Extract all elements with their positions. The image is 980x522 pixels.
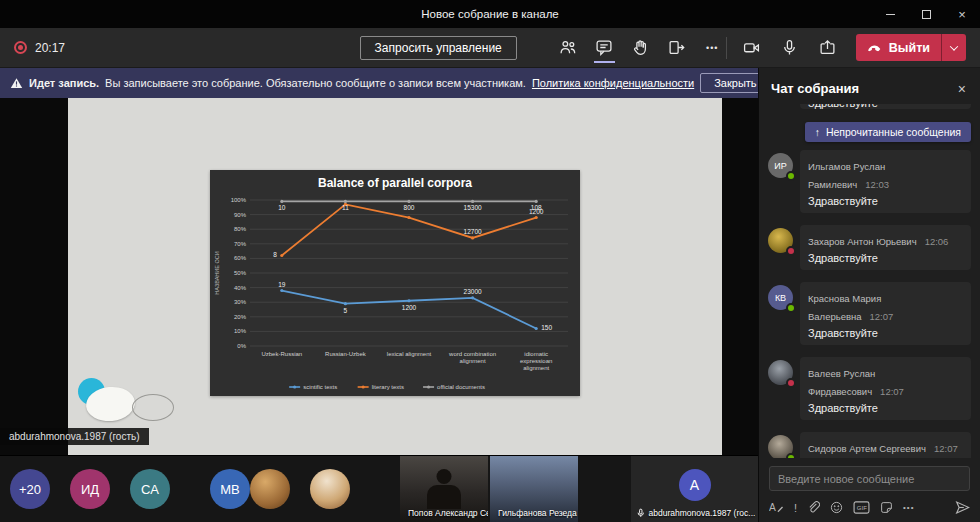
chat-message-partial: Здравствуйте [800,104,971,117]
message-input[interactable] [769,466,970,491]
chat-close-icon[interactable]: × [958,82,966,96]
breakout-rooms-icon-glyph [668,39,685,56]
gif-icon-glyph: GIF [853,501,870,514]
raise-hand-icon[interactable] [627,33,654,63]
overflow-count-avatar[interactable]: +20 [10,469,50,509]
more-options-icon-glyph: ••• [706,43,718,53]
share-screen-icon[interactable] [814,33,841,63]
leave-options-chevron[interactable] [942,34,966,61]
format-icon[interactable]: A [769,501,784,514]
participant-name: Попов Александр Се... [408,508,488,518]
participant-avatar[interactable]: ИД [70,469,110,509]
participant-tile[interactable]: Попов Александр Се... [400,456,488,522]
warning-icon-glyph [10,77,23,89]
close-button[interactable]: × [944,0,980,28]
sticker-icon[interactable] [880,501,893,514]
avatar [768,360,793,385]
breakout-rooms-icon[interactable] [663,33,690,63]
minimize-icon [886,14,895,15]
emoji-icon[interactable] [830,501,843,514]
attach-icon-glyph [807,501,820,514]
svg-text:12700: 12700 [464,228,482,235]
maximize-icon [922,10,931,19]
svg-text:10%: 10% [234,328,247,334]
maximize-button[interactable] [908,0,944,28]
message-bubble: Ильгамов Руслан Рамилевич12:03Здравствуй… [800,150,971,213]
camera-icon[interactable] [738,33,765,63]
chat-message: ИРИльгамов Руслан Рамилевич12:03Здравств… [768,150,971,213]
message-text: Здравствуйте [808,252,963,264]
message-text: Здравствуйте [800,104,971,109]
svg-text:10: 10 [278,204,286,211]
svg-text:50%: 50% [234,270,247,276]
svg-text:Russian-Uzbek: Russian-Uzbek [325,351,367,357]
svg-text:word combination: word combination [448,351,496,357]
warning-icon [10,77,23,89]
svg-text:100%: 100% [231,197,247,203]
mic-icon [636,508,646,518]
message-time: 12:07 [870,311,894,322]
send-icon[interactable] [955,500,970,515]
participants-icon-glyph [559,39,577,56]
gif-icon[interactable]: GIF [853,501,870,514]
more-options-icon[interactable]: ••• [699,33,726,63]
avatar: ИР [768,153,793,178]
meeting-timer: 20:17 [35,41,65,55]
participant-avatar[interactable]: МВ [210,469,250,509]
participant-avatar[interactable] [250,469,290,509]
format-icon-glyph: A [769,501,784,514]
corpora-chart-svg: Balance of parallel corporaНАЗВАНИЕ ОСИ0… [210,170,580,396]
participant-tile[interactable]: Аabdurahmonova.1987 (гос... [631,456,758,522]
message-bubble: Краснова Мария Валерьевна12:07Здравствуй… [800,282,971,345]
presence-status-dot [786,453,796,458]
attach-icon[interactable] [807,501,820,514]
priority-icon[interactable]: ! [794,502,797,514]
compose-more-icon[interactable]: ••• [903,503,914,512]
privacy-policy-link[interactable]: Политика конфиденциальности [532,77,694,89]
toolbar-right: Выйти [726,33,966,63]
raise-hand-icon-glyph [632,39,649,56]
participant-avatar[interactable]: СА [130,469,170,509]
participant-avatar[interactable] [310,469,350,509]
presence-status-dot [786,378,796,388]
participant-tile[interactable]: Гильфанова Резеда Р... [490,456,578,522]
leave-button-label: Выйти [889,41,930,55]
participants-strip: +20ИДСАМВПопов Александр Се...Гильфанова… [0,455,758,522]
chat-icon-glyph [595,39,613,56]
svg-text:expressioan: expressioan [520,358,552,364]
chat-icon[interactable] [591,33,618,63]
camera-icon-glyph [742,39,761,56]
svg-text:800: 800 [404,204,415,211]
message-time: 12:03 [865,179,889,190]
meeting-stage: Balance of parallel corporaНАЗВАНИЕ ОСИ0… [0,98,758,455]
svg-text:30%: 30% [234,299,247,305]
svg-text:90%: 90% [234,212,247,218]
meeting-main-area: Идет запись. Вы записываете это собрание… [0,68,758,522]
svg-text:official documents: official documents [437,384,485,390]
chat-message-list[interactable]: Здравствуйте ↑ Непрочитанные сообщения И… [759,104,980,458]
svg-text:literary texts: literary texts [372,384,404,390]
minimize-button[interactable] [872,0,908,28]
svg-text:scintific texts: scintific texts [303,384,337,390]
window-titlebar: Новое собрание в канале × [0,0,980,28]
window-controls: × [872,0,980,28]
unread-messages-badge[interactable]: ↑ Непрочитанные сообщения [805,122,971,142]
toolbar-icon-cluster: ••• [555,33,726,63]
svg-text:alignment: alignment [460,358,486,364]
participants-icon[interactable] [555,33,582,63]
chat-message: Сидоров Артем Сергеевич12:07Здравствуйте [768,432,971,458]
svg-text:alignment: alignment [523,365,549,371]
drawing-bubble-outline [132,394,174,421]
leave-button[interactable]: Выйти [856,34,966,61]
message-author: Валеев Руслан Фирдавесович [808,368,875,397]
svg-text:40%: 40% [234,285,247,291]
toolbar-center: Запросить управление [115,33,726,63]
request-control-button[interactable]: Запросить управление [360,36,517,60]
hangup-icon [867,40,882,55]
svg-text:Balance of parallel corpora: Balance of parallel corpora [318,176,472,190]
chevron-down-icon [950,42,958,50]
microphone-icon[interactable] [776,33,803,63]
recording-timer-group: 20:17 [14,41,115,55]
svg-text:150: 150 [541,324,552,331]
participant-name-label: Гильфанова Резеда Р... [495,508,578,518]
